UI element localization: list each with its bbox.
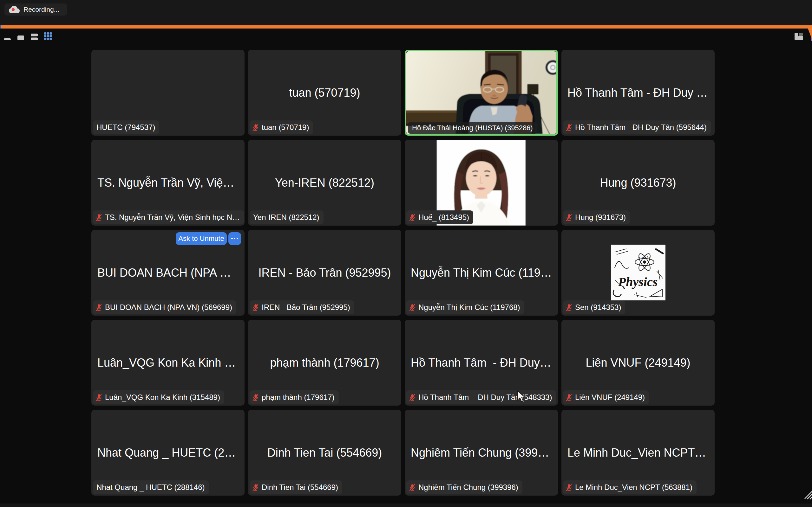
svg-text:v=s/t ∂x: v=s/t ∂x [638, 256, 650, 260]
svg-text:Physics: Physics [618, 275, 658, 289]
